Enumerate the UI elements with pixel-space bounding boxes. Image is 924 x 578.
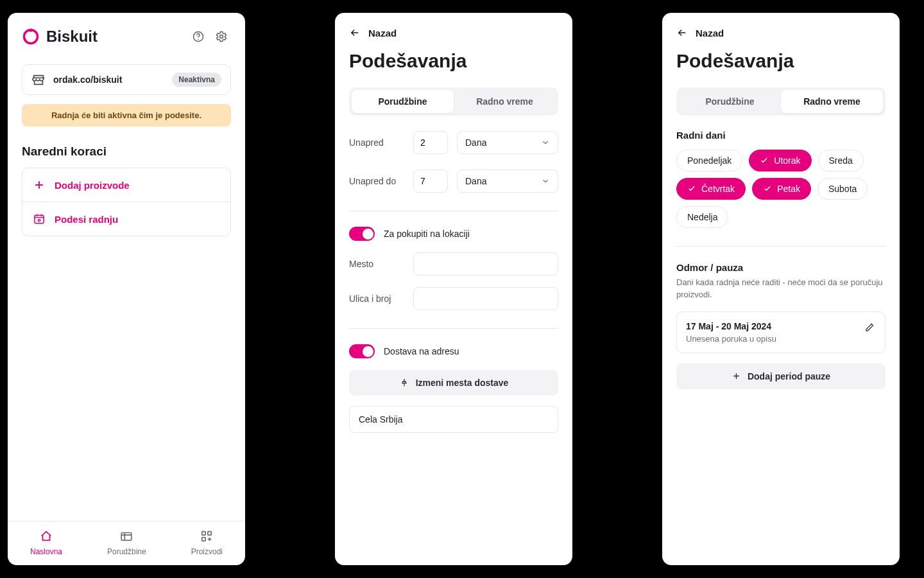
chevron-down-icon xyxy=(541,177,550,186)
day-label: Nedelja xyxy=(687,212,717,222)
pickup-toggle[interactable] xyxy=(349,227,375,241)
day-chip[interactable]: Četvrtak xyxy=(676,178,746,200)
svg-point-1 xyxy=(29,28,32,31)
nav-products[interactable]: Proizvodi xyxy=(191,529,223,556)
home-panel: Biskuit ordak.co/biskuit Neaktivna Radnj… xyxy=(8,13,245,565)
brand: Biskuit xyxy=(22,28,98,46)
delivery-region[interactable]: Cela Srbija xyxy=(349,406,558,433)
lead-until-value-input[interactable] xyxy=(413,170,448,193)
back-label: Nazad xyxy=(368,28,397,39)
nav-orders[interactable]: Porudžbine xyxy=(107,529,146,556)
back-button[interactable]: Nazad xyxy=(676,27,886,39)
arrow-left-icon xyxy=(676,27,688,39)
svg-rect-10 xyxy=(202,538,206,541)
pickup-toggle-row: Za pokupiti na lokaciji xyxy=(349,227,558,241)
select-value: Dana xyxy=(465,176,486,186)
calendar-gear-icon xyxy=(33,213,46,225)
pin-icon xyxy=(399,378,409,388)
back-button[interactable]: Nazad xyxy=(349,27,558,39)
edit-delivery-areas-button[interactable]: Izmeni mesta dostave xyxy=(349,370,558,396)
svg-point-6 xyxy=(38,219,40,221)
day-chip[interactable]: Petak xyxy=(752,178,811,200)
button-label: Izmeni mesta dostave xyxy=(416,378,509,388)
lead-label: Unapred xyxy=(349,137,404,148)
workdays-chips: PonedeljakUtorakSredaČetvrtakPetakSubota… xyxy=(676,150,886,228)
svg-rect-9 xyxy=(208,532,212,536)
lead-time-row: Unapred Dana xyxy=(349,131,558,154)
settings-orders-panel: Nazad Podešavanja Porudžbine Radno vreme… xyxy=(335,13,572,565)
street-input[interactable] xyxy=(413,287,558,310)
street-label: Ulica i broj xyxy=(349,293,404,304)
settings-hours-panel: Nazad Podešavanja Porudžbine Radno vreme… xyxy=(662,13,900,565)
chevron-down-icon xyxy=(541,138,550,147)
vacation-note: Unesena poruka u opisu xyxy=(686,334,776,344)
step-add-products[interactable]: Dodaj proizvode xyxy=(22,168,230,202)
products-icon xyxy=(200,529,214,543)
pencil-icon xyxy=(864,321,876,333)
svg-point-4 xyxy=(220,35,223,39)
day-chip[interactable]: Nedelja xyxy=(676,206,728,228)
workdays-title: Radni dani xyxy=(676,130,886,141)
settings-button[interactable] xyxy=(212,27,231,46)
day-chip[interactable]: Utorak xyxy=(749,150,811,171)
status-badge: Neaktivna xyxy=(172,73,221,87)
step-label: Podesi radnju xyxy=(55,214,118,225)
select-value: Dana xyxy=(465,137,486,148)
day-chip[interactable]: Ponedeljak xyxy=(676,150,742,171)
add-vacation-button[interactable]: Dodaj period pauze xyxy=(676,363,886,389)
lead-until-label: Unapred do xyxy=(349,176,404,186)
street-row: Ulica i broj xyxy=(349,287,558,310)
lead-value-input[interactable] xyxy=(413,131,448,154)
vacation-title: Odmor / pauza xyxy=(676,262,886,273)
day-chip[interactable]: Subota xyxy=(817,178,868,200)
button-label: Dodaj period pauze xyxy=(748,371,830,381)
city-input[interactable] xyxy=(413,252,558,276)
tab-hours[interactable]: Radno vreme xyxy=(781,90,883,113)
page-title: Podešavanja xyxy=(349,50,558,72)
tab-orders[interactable]: Porudžbine xyxy=(352,90,454,113)
help-button[interactable] xyxy=(189,27,208,46)
settings-tabs: Porudžbine Radno vreme xyxy=(676,87,886,116)
svg-rect-8 xyxy=(202,532,206,536)
city-label: Mesto xyxy=(349,259,404,269)
plus-icon xyxy=(732,371,741,381)
vacation-description: Dani kada radnja neće raditi - neće moći… xyxy=(676,277,886,301)
tab-orders[interactable]: Porudžbine xyxy=(679,90,781,113)
lead-until-row: Unapred do Dana xyxy=(349,170,558,193)
nav-home[interactable]: Naslovna xyxy=(30,529,62,556)
home-icon xyxy=(39,529,53,543)
store-url-card[interactable]: ordak.co/biskuit Neaktivna xyxy=(22,64,231,95)
tab-hours[interactable]: Radno vreme xyxy=(454,90,556,113)
svg-point-3 xyxy=(198,39,199,39)
setup-warning: Radnja će biti aktivna čim je podesite. xyxy=(22,104,231,127)
day-label: Subota xyxy=(828,184,857,194)
store-url: ordak.co/biskuit xyxy=(53,74,122,85)
vacation-range: 17 Maj - 20 Maj 2024 xyxy=(686,321,776,331)
orders-icon xyxy=(119,529,133,543)
brand-name: Biskuit xyxy=(46,28,98,46)
lead-until-unit-select[interactable]: Dana xyxy=(457,170,558,193)
vacation-card[interactable]: 17 Maj - 20 Maj 2024 Unesena poruka u op… xyxy=(676,311,886,353)
step-configure-store[interactable]: Podesi radnju xyxy=(22,202,230,236)
day-label: Sreda xyxy=(829,155,853,166)
day-label: Ponedeljak xyxy=(687,155,732,166)
day-chip[interactable]: Sreda xyxy=(818,150,864,171)
nav-label: Proizvodi xyxy=(191,547,223,556)
step-label: Dodaj proizvode xyxy=(55,180,130,191)
gear-icon xyxy=(215,30,228,43)
delivery-toggle-row: Dostava na adresu xyxy=(349,344,558,358)
bottom-nav: Naslovna Porudžbine Proizvodi xyxy=(8,521,245,565)
delivery-toggle[interactable] xyxy=(349,344,375,358)
pickup-label: Za pokupiti na lokaciji xyxy=(384,229,470,239)
lead-unit-select[interactable]: Dana xyxy=(457,131,558,154)
svg-rect-7 xyxy=(122,533,132,541)
page-title: Podešavanja xyxy=(676,50,886,72)
check-icon xyxy=(760,156,769,165)
day-label: Četvrtak xyxy=(701,184,735,194)
day-label: Petak xyxy=(777,184,800,194)
nav-label: Naslovna xyxy=(30,547,62,556)
next-steps-list: Dodaj proizvode Podesi radnju xyxy=(22,168,231,236)
arrow-left-icon xyxy=(349,27,361,39)
divider xyxy=(676,246,886,247)
city-row: Mesto xyxy=(349,252,558,276)
